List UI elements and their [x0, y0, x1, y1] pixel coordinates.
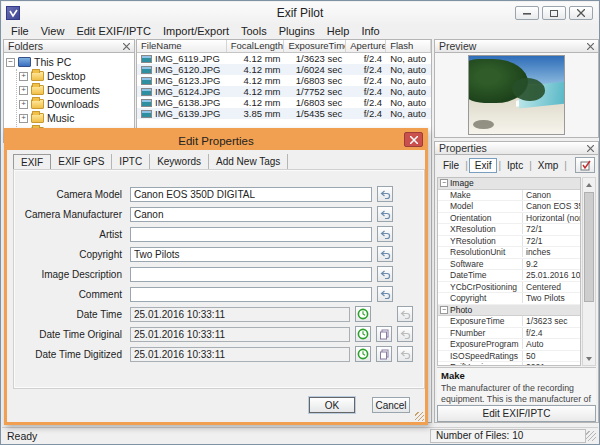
property-row[interactable]: ExposureProgram Auto	[438, 339, 580, 351]
dialog-resize-grip[interactable]	[415, 412, 424, 421]
file-row[interactable]: IMG_6120.JPG 4.12 mm 1/6024 sec f/2.4 No…	[137, 64, 431, 75]
dialog-tab[interactable]: Keywords	[150, 154, 209, 169]
tree-item[interactable]: Documents	[17, 83, 134, 97]
property-row[interactable]: ExposureTime 1/3623 sec	[438, 316, 580, 328]
set-time-button[interactable]	[355, 346, 371, 362]
dialog-tab[interactable]: Add New Tags	[209, 154, 288, 169]
properties-tab[interactable]: Exif	[469, 158, 498, 173]
file-row[interactable]: IMG_6119.JPG 4.12 mm 1/3623 sec f/2.4 No…	[137, 53, 431, 64]
undo-button[interactable]	[377, 286, 393, 302]
undo-button[interactable]	[397, 306, 413, 322]
file-row[interactable]: IMG_6124.JPG 4.12 mm 1/7752 sec f/2.4 No…	[137, 86, 431, 97]
property-row[interactable]: ResolutionUnit inches	[438, 247, 580, 259]
field-input[interactable]	[130, 227, 372, 242]
expand-icon[interactable]	[19, 100, 28, 109]
copy-button[interactable]	[376, 346, 392, 362]
menu-item[interactable]: Edit EXIF/IPTC	[70, 24, 157, 39]
undo-button[interactable]	[377, 206, 393, 222]
properties-scrollbar[interactable]	[582, 177, 596, 366]
tree-item[interactable]: Music	[17, 111, 134, 125]
property-row[interactable]: ExifVersion 0221	[438, 362, 580, 366]
set-time-button[interactable]	[355, 326, 371, 342]
menu-item[interactable]: Import/Export	[157, 24, 235, 39]
field-input[interactable]	[130, 287, 372, 302]
property-row[interactable]: Model Canon EOS 350...	[438, 201, 580, 213]
menu-item[interactable]: Plugins	[273, 24, 321, 39]
property-row[interactable]: XResolution 72/1	[438, 224, 580, 236]
scrollbar-thumb[interactable]	[584, 192, 594, 302]
expand-icon[interactable]	[19, 114, 28, 123]
properties-close-icon[interactable]	[587, 145, 594, 152]
undo-button[interactable]	[377, 266, 393, 282]
date-field-input[interactable]	[130, 307, 350, 322]
preview-close-icon[interactable]	[587, 43, 594, 50]
menu-item[interactable]: Help	[321, 24, 356, 39]
undo-button[interactable]	[377, 226, 393, 242]
property-value: inches	[522, 247, 580, 257]
column-header-exposuretime[interactable]: ExposureTime	[284, 40, 346, 52]
maximize-button[interactable]	[542, 6, 566, 20]
date-field-input[interactable]	[130, 347, 350, 362]
undo-button[interactable]	[377, 186, 393, 202]
property-row[interactable]: YResolution 72/1	[438, 236, 580, 248]
minimize-button[interactable]	[515, 6, 539, 20]
window-resize-grip[interactable]	[586, 431, 596, 441]
dialog-tab[interactable]: EXIF GPS	[51, 154, 112, 169]
property-row[interactable]: YCbCrPositioning Centered	[438, 282, 580, 294]
undo-button[interactable]	[397, 326, 413, 342]
folders-close-icon[interactable]	[123, 43, 130, 50]
edit-properties-button[interactable]	[575, 157, 595, 173]
property-name: XResolution	[450, 224, 522, 234]
field-input[interactable]	[130, 247, 372, 262]
copy-button[interactable]	[376, 326, 392, 342]
property-row[interactable]: Software 9.2	[438, 259, 580, 271]
ok-button[interactable]: OK	[309, 397, 355, 413]
field-input[interactable]	[130, 267, 372, 282]
tree-item[interactable]: Downloads	[17, 97, 134, 111]
edit-exif-iptc-button[interactable]: Edit EXIF/IPTC	[437, 405, 596, 422]
expand-icon[interactable]	[19, 72, 28, 81]
collapse-icon[interactable]	[6, 58, 15, 67]
tree-item-this-pc[interactable]: This PC	[4, 55, 134, 69]
properties-tab[interactable]: File	[438, 159, 464, 172]
file-row[interactable]: IMG_6123.JPG 4.12 mm 1/6803 sec f/2.4 No…	[137, 75, 431, 86]
property-row[interactable]: Photo	[438, 305, 580, 317]
property-row[interactable]: DateTime 25.01.2016 10:3...	[438, 270, 580, 282]
scroll-down-icon[interactable]	[583, 352, 595, 365]
tree-item[interactable]: Desktop	[17, 69, 134, 83]
column-header-focallength[interactable]: FocalLength	[227, 40, 285, 52]
property-row[interactable]: Make Canon	[438, 190, 580, 202]
scroll-up-icon[interactable]	[583, 178, 595, 191]
column-header-filename[interactable]: FileName	[137, 40, 227, 52]
cancel-button[interactable]: Cancel	[372, 397, 410, 413]
file-row[interactable]: IMG_6139.JPG 3.85 mm 1/5435 sec f/2.4 No…	[137, 108, 431, 119]
column-header-aperture[interactable]: Aperture	[346, 40, 386, 52]
property-row[interactable]: Copyright Two Pilots	[438, 293, 580, 305]
property-name: ExposureProgram	[450, 339, 522, 349]
field-input[interactable]	[130, 187, 372, 202]
group-collapse-icon[interactable]	[440, 179, 448, 187]
close-button[interactable]	[569, 6, 593, 20]
dialog-tab[interactable]: EXIF	[13, 154, 51, 170]
property-row[interactable]: ISOSpeedRatings 50	[438, 351, 580, 363]
date-field-input[interactable]	[130, 327, 350, 342]
properties-tab[interactable]: Xmp	[533, 159, 564, 172]
undo-button[interactable]	[397, 346, 413, 362]
menu-item[interactable]: File	[5, 24, 35, 39]
undo-button[interactable]	[377, 246, 393, 262]
menu-item[interactable]: Info	[355, 24, 385, 39]
file-row[interactable]: IMG_6138.JPG 4.12 mm 1/6803 sec f/2.4 No…	[137, 97, 431, 108]
expand-icon[interactable]	[19, 86, 28, 95]
set-time-button[interactable]	[355, 306, 371, 322]
group-collapse-icon[interactable]	[440, 306, 448, 314]
properties-tab[interactable]: Iptc	[502, 159, 528, 172]
menu-item[interactable]: View	[35, 24, 71, 39]
field-input[interactable]	[130, 207, 372, 222]
menu-item[interactable]: Tools	[235, 24, 273, 39]
dialog-close-button[interactable]	[404, 132, 423, 147]
dialog-tab[interactable]: IPTC	[112, 154, 150, 169]
property-row[interactable]: Image	[438, 178, 580, 190]
property-row[interactable]: Orientation Horizontal (normal)	[438, 213, 580, 225]
column-header-flash[interactable]: Flash	[386, 40, 431, 52]
property-row[interactable]: FNumber f/2.4	[438, 328, 580, 340]
